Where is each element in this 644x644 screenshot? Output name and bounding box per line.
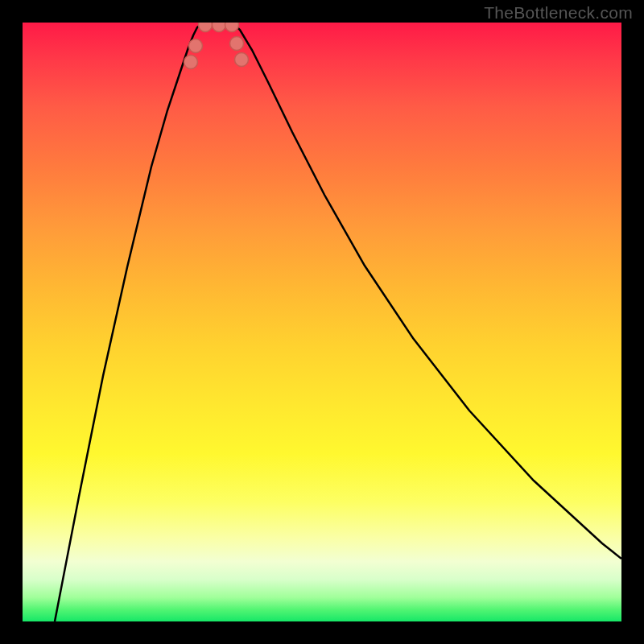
curves-svg [23, 23, 621, 621]
right-curve-marker-bottom [230, 37, 244, 51]
plot-area [23, 23, 621, 621]
bottom-marker-left [199, 23, 213, 32]
right-curve-marker-top [235, 53, 249, 67]
bottom-marker-mid [213, 23, 226, 32]
watermark-text: TheBottleneck.com [484, 3, 633, 23]
left-curve [55, 23, 206, 621]
chart-frame: TheBottleneck.com [0, 0, 644, 644]
left-curve-marker-bottom [189, 39, 203, 53]
left-curve-marker-top [184, 56, 198, 69]
right-curve [232, 23, 621, 559]
bottom-marker-right [225, 23, 239, 32]
